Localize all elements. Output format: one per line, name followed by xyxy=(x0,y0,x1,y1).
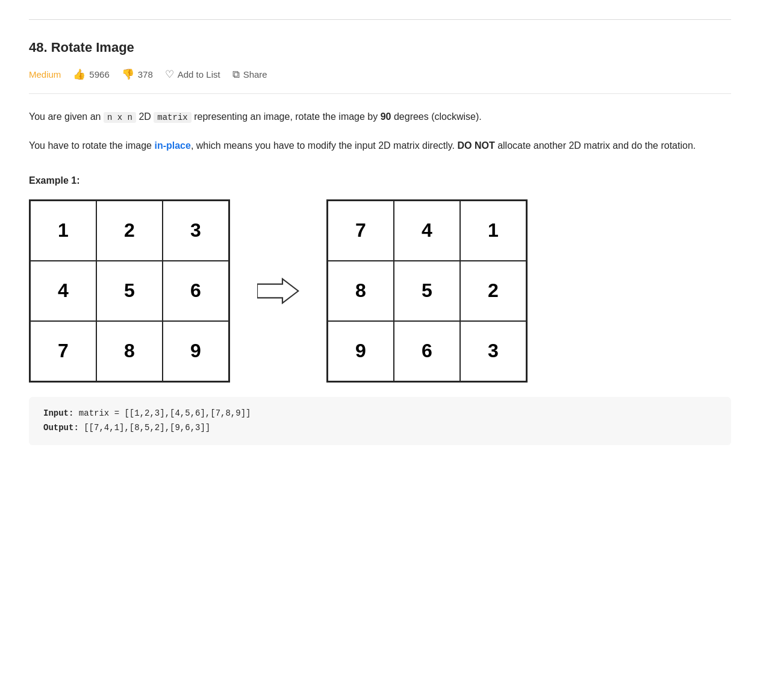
code-nxn: n x n xyxy=(104,112,136,123)
code-input-value-text: matrix = [[1,2,3],[4,5,6],[7,8,9]] xyxy=(79,408,251,418)
share-icon: ⧉ xyxy=(232,66,240,83)
desc2-part1: You have to rotate the image xyxy=(29,140,154,151)
add-to-list-label: Add to List xyxy=(178,67,220,82)
dislikes-count: 378 xyxy=(138,67,153,82)
code-input-line: Input: matrix = [[1,2,3],[4,5,6],[7,8,9]… xyxy=(43,407,717,421)
likes-count: 5966 xyxy=(89,67,109,82)
code-input-label: Input: xyxy=(43,408,73,418)
example1-visual: 123456789 741852963 xyxy=(29,199,731,383)
matrix-cell: 2 xyxy=(460,261,526,321)
desc1-part3: representing an image, rotate the image … xyxy=(192,111,381,122)
code-output-value-text: [[7,4,1],[8,5,2],[9,6,3]] xyxy=(84,423,210,433)
description-paragraph-2: You have to rotate the image in-place, w… xyxy=(29,137,731,154)
input-matrix: 123456789 xyxy=(29,199,230,383)
add-to-list-button[interactable]: ♡ Add to List xyxy=(165,66,220,83)
matrix-cell: 5 xyxy=(394,261,460,321)
desc1-part4: degrees (clockwise). xyxy=(391,111,482,122)
problem-title: 48. Rotate Image xyxy=(29,37,731,58)
code-output-label: Output: xyxy=(43,423,79,433)
output-matrix: 741852963 xyxy=(326,199,528,383)
bold-90: 90 xyxy=(381,111,391,122)
matrix-cell: 2 xyxy=(96,201,163,261)
desc1-part2: 2D xyxy=(136,111,154,122)
matrix-cell: 4 xyxy=(394,201,460,261)
matrix-cell: 3 xyxy=(163,201,229,261)
arrow-container xyxy=(254,276,302,306)
arrow-right-icon xyxy=(257,276,299,306)
meta-row: Medium 👍 5966 👎 378 ♡ Add to List ⧉ Shar… xyxy=(29,66,731,94)
matrix-cell: 6 xyxy=(394,321,460,381)
matrix-cell: 1 xyxy=(30,201,96,261)
code-output-line: Output: [[7,4,1],[8,5,2],[9,6,3]] xyxy=(43,421,717,436)
dislikes-button[interactable]: 👎 378 xyxy=(122,66,153,83)
description-paragraph-1: You are given an n x n 2D matrix represe… xyxy=(29,108,731,125)
code-block: Input: matrix = [[1,2,3],[4,5,6],[7,8,9]… xyxy=(29,397,731,445)
matrix-cell: 8 xyxy=(328,261,394,321)
thumbup-icon: 👍 xyxy=(73,66,86,83)
svg-marker-0 xyxy=(257,279,298,303)
code-matrix: matrix xyxy=(154,112,191,123)
share-label: Share xyxy=(243,67,267,82)
example1-title: Example 1: xyxy=(29,173,731,189)
matrix-cell: 7 xyxy=(328,201,394,261)
desc2-part2: , which means you have to modify the inp… xyxy=(191,140,458,151)
matrix-cell: 1 xyxy=(460,201,526,261)
heart-icon: ♡ xyxy=(165,66,174,83)
matrix-cell: 6 xyxy=(163,261,229,321)
matrix-cell: 9 xyxy=(163,321,229,381)
likes-button[interactable]: 👍 5966 xyxy=(73,66,109,83)
matrix-cell: 8 xyxy=(96,321,163,381)
matrix-cell: 4 xyxy=(30,261,96,321)
page-container: 48. Rotate Image Medium 👍 5966 👎 378 ♡ A… xyxy=(0,0,760,464)
desc2-part3: allocate another 2D matrix and do the ro… xyxy=(495,140,696,151)
share-button[interactable]: ⧉ Share xyxy=(232,66,267,83)
bold-donot: DO NOT xyxy=(457,140,494,151)
matrix-cell: 7 xyxy=(30,321,96,381)
inplace-link[interactable]: in-place xyxy=(154,140,190,151)
matrix-cell: 3 xyxy=(460,321,526,381)
difficulty-badge: Medium xyxy=(29,67,61,82)
matrix-cell: 5 xyxy=(96,261,163,321)
matrix-cell: 9 xyxy=(328,321,394,381)
desc1-part1: You are given an xyxy=(29,111,104,122)
thumbdown-icon: 👎 xyxy=(122,66,134,83)
